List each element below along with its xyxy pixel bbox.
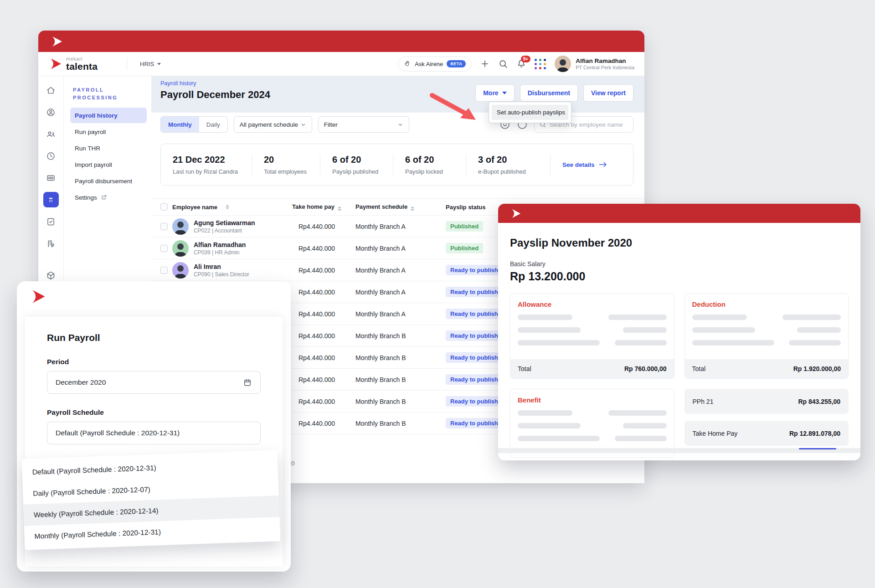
sidebar-item-label: Settings	[75, 194, 97, 201]
rail-inventory-button[interactable]	[43, 268, 59, 283]
cash-icon	[46, 173, 56, 183]
period-field[interactable]: December 2020	[47, 371, 261, 394]
employee-name: Ali Imran	[194, 263, 249, 271]
payslip-status-badge: Ready to publish	[446, 352, 503, 363]
app-launcher-button[interactable]	[535, 59, 546, 69]
ask-airene-button[interactable]: Ask Airene BETA	[398, 57, 472, 72]
take-home-pay-cell: Rp4.440.000	[287, 223, 346, 230]
rail-organization-button[interactable]	[43, 236, 59, 251]
mekari-arrow-icon	[48, 58, 62, 70]
clock-icon	[46, 151, 56, 161]
external-link-icon	[101, 194, 107, 201]
sidebar-item-settings[interactable]: Settings	[70, 190, 147, 205]
global-search-button[interactable]	[498, 59, 508, 69]
task-icon	[46, 217, 56, 227]
rail-home-button[interactable]	[43, 83, 59, 98]
deduction-card: Deduction Total Rp 1.920.000,00	[685, 293, 849, 379]
sidebar-item-run-payroll[interactable]: Run payroll	[70, 124, 147, 139]
add-button[interactable]	[480, 59, 490, 69]
pph21-value: Rp 843.255,00	[798, 398, 840, 405]
sort-icon[interactable]	[338, 206, 341, 211]
rail-calculator-button[interactable]	[43, 192, 59, 207]
payslip-status-badge: Ready to publish	[446, 418, 503, 428]
chevron-down-icon	[157, 63, 161, 65]
view-report-button[interactable]: View report	[583, 84, 633, 102]
top-navbar: mekari talenta HRIS Ask Airene BETA 9+	[38, 52, 644, 76]
sort-icon[interactable]	[226, 205, 229, 209]
payment-schedule-cell: Monthly Branch A	[355, 289, 433, 296]
stat-value: 21 Dec 2022	[173, 155, 240, 165]
more-button[interactable]: More	[475, 84, 514, 102]
breadcrumb[interactable]: Payroll history	[160, 80, 196, 87]
stat-label: Payslip published	[332, 168, 381, 175]
see-details-link[interactable]: See details	[551, 161, 619, 168]
scrollbar-thumb[interactable]	[799, 448, 836, 449]
user-avatar	[555, 56, 571, 72]
stat-label: e-Bupot published	[478, 168, 538, 175]
sidebar-item-payroll-history[interactable]: Payroll history	[70, 108, 147, 123]
search-icon	[498, 59, 508, 69]
chevron-down-icon	[300, 122, 306, 128]
disbursement-button[interactable]: Disbursement	[520, 84, 578, 102]
employee-id-role: CP090 | Sales Director	[194, 271, 249, 278]
page-title: Payroll December 2024	[160, 89, 270, 101]
set-auto-publish-menu-item[interactable]: Set auto-publish payslips	[492, 105, 568, 120]
arrow-right-icon	[599, 161, 607, 168]
payment-schedule-cell: Monthly Branch B	[355, 398, 433, 405]
talenta-logo[interactable]: mekari talenta	[48, 57, 98, 71]
sidebar-item-import-payroll[interactable]: Import payroll	[70, 157, 147, 172]
rail-clock-button[interactable]	[43, 148, 59, 164]
payment-schedule-cell: Monthly Branch B	[355, 354, 433, 361]
user-menu[interactable]: Alfian Ramadhan PT Central Perk Indonesi…	[555, 56, 634, 72]
filter-select[interactable]: Filter	[318, 116, 409, 133]
payroll-schedule-label: Payroll Schedule	[47, 408, 261, 417]
sidebar-item-label: Payroll history	[75, 112, 118, 119]
user-company: PT Central Perk Indonesia	[576, 65, 634, 70]
chevron-down-icon	[397, 122, 403, 128]
rail-user-button[interactable]	[43, 104, 59, 120]
caret-down-icon	[502, 92, 507, 94]
rail-cash-button[interactable]	[43, 170, 59, 186]
mekari-arrow-icon	[50, 36, 63, 47]
skeleton-rows	[510, 311, 674, 359]
payment-schedule-select[interactable]: All payment schedule	[234, 116, 312, 133]
benefit-title: Benefit	[510, 389, 674, 407]
row-checkbox[interactable]	[160, 245, 168, 252]
row-checkbox[interactable]	[160, 267, 168, 274]
row-checkbox[interactable]	[160, 223, 168, 230]
allowance-total-value: Rp 760.000,00	[624, 365, 667, 372]
select-all-checkbox[interactable]	[160, 203, 168, 211]
notifications-button[interactable]: 9+	[516, 59, 526, 69]
sidebar-item-run-thr[interactable]: Run THR	[70, 140, 147, 156]
brand-talenta: talenta	[66, 62, 98, 71]
rail-task-button[interactable]	[43, 214, 59, 229]
sidebar-item-label: Run THR	[75, 145, 100, 152]
sort-icon[interactable]	[411, 206, 414, 211]
mekari-arrow-icon	[30, 289, 46, 304]
allowance-title: Allowance	[510, 294, 674, 311]
tab-monthly[interactable]: Monthly	[161, 117, 199, 132]
home-icon	[46, 86, 56, 95]
tab-daily[interactable]: Daily	[199, 117, 227, 132]
sidebar-item-label: Run payroll	[75, 129, 106, 135]
payslip-status-badge: Published	[446, 221, 483, 232]
organization-icon	[46, 239, 56, 248]
calendar-icon	[243, 378, 252, 387]
take-home-pay-cell: Rp4.440.000	[287, 398, 346, 405]
team-icon	[46, 129, 56, 139]
divider	[127, 57, 127, 70]
employee-name: Alfian Ramadhan	[194, 241, 246, 249]
sidebar-item-payroll-disbursement[interactable]: Payroll disbursement	[70, 173, 147, 189]
stat-value: 20	[264, 155, 308, 165]
take-home-pay-cell: Rp4.440.000	[287, 245, 346, 252]
deduction-title: Deduction	[685, 294, 849, 311]
take-home-pay-cell: Rp4.440.000	[287, 267, 346, 274]
module-switcher[interactable]: HRIS	[140, 61, 161, 67]
payroll-schedule-field[interactable]: Default (Payroll Schedule : 2020-12-31)	[47, 422, 261, 444]
mekari-arrow-icon	[510, 209, 521, 218]
take-home-pay-row: Take Home Pay Rp 12.891.078,00	[685, 421, 849, 446]
employee-id-role: CP022 | Accountant	[194, 227, 255, 234]
annotation-arrow-icon	[428, 92, 479, 122]
rail-team-button[interactable]	[43, 126, 59, 142]
pph21-row: PPh 21 Rp 843.255,00	[685, 389, 849, 414]
